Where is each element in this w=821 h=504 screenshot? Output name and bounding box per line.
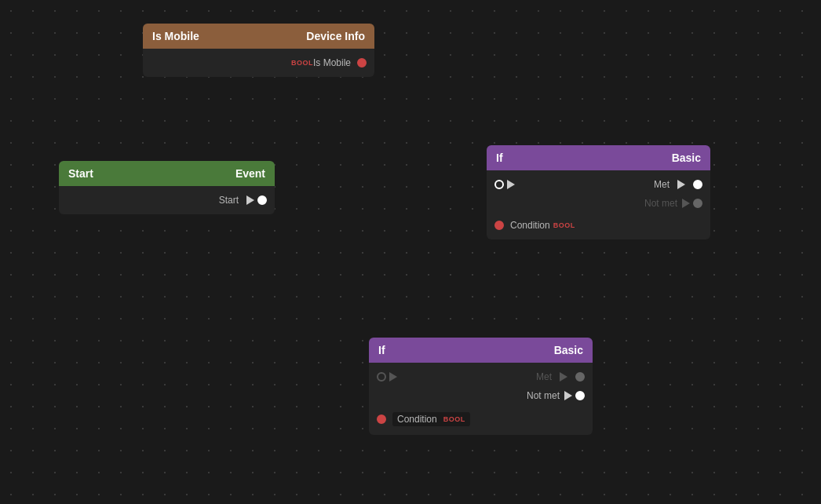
- if-bottom-condition-port[interactable]: [377, 415, 386, 424]
- node-if-bottom-body: Met Not met Condition BOOL: [369, 363, 593, 435]
- node-device-info-body: BOOL Is Mobile: [143, 49, 374, 77]
- node-start: Start Event Start: [59, 161, 275, 214]
- if-bottom-not-met-label: Not met: [527, 390, 560, 401]
- node-device-info-tag: Device Info: [306, 30, 365, 42]
- node-start-body: Start: [59, 186, 275, 214]
- if-bottom-bool-label: BOOL: [443, 415, 465, 423]
- if-bottom-condition-label: Condition: [397, 414, 437, 425]
- node-device-info-title: Is Mobile: [152, 30, 199, 42]
- if-top-exec-input-port[interactable]: [494, 180, 504, 189]
- if-bottom-not-met-port[interactable]: [575, 391, 585, 400]
- start-exec-arrow: [246, 195, 254, 205]
- if-bottom-met-port[interactable]: [575, 372, 585, 382]
- node-start-tag: Event: [235, 167, 265, 180]
- node-canvas[interactable]: Is Mobile Device Info BOOL Is Mobile Sta…: [0, 0, 821, 504]
- start-output-port[interactable]: [257, 195, 267, 205]
- if-bottom-not-met-row: Not met: [369, 386, 593, 405]
- if-top-met-label: Met: [654, 179, 670, 190]
- node-if-top-tag: Basic: [672, 152, 701, 164]
- if-top-bool-label: BOOL: [553, 221, 575, 229]
- if-top-condition-label: Condition: [510, 220, 550, 231]
- start-output-row: Start: [59, 191, 275, 210]
- node-device-info: Is Mobile Device Info BOOL Is Mobile: [143, 24, 374, 77]
- node-if-bottom-header: If Basic: [369, 338, 593, 363]
- node-if-top: If Basic Met Not met: [487, 145, 710, 239]
- if-top-not-met-row: Not met: [487, 194, 710, 213]
- node-device-info-header: Is Mobile Device Info: [143, 24, 374, 49]
- node-if-bottom-tag: Basic: [554, 344, 583, 356]
- device-info-bool-label: BOOL: [291, 59, 313, 67]
- if-top-not-met-port[interactable]: [693, 199, 702, 208]
- if-bottom-exec-input-port[interactable]: [377, 372, 386, 382]
- start-port-label: Start: [219, 195, 239, 206]
- node-start-header: Start Event: [59, 161, 275, 186]
- if-top-exec-arrow-in: [507, 180, 515, 189]
- if-bottom-condition-row: Condition BOOL: [369, 408, 593, 430]
- node-if-top-header: If Basic: [487, 145, 710, 170]
- node-if-bottom-title: If: [378, 344, 385, 356]
- if-top-condition-port[interactable]: [494, 221, 504, 230]
- node-if-bottom: If Basic Met Not met: [369, 338, 593, 435]
- device-info-output-row: BOOL Is Mobile: [143, 53, 374, 72]
- if-bottom-not-met-arrow: [564, 391, 572, 400]
- if-top-not-met-arrow: [682, 199, 690, 208]
- device-info-port-label: Is Mobile: [313, 57, 351, 68]
- device-info-output-port[interactable]: [357, 58, 367, 68]
- if-top-exec-input-row: Met: [487, 175, 710, 194]
- if-top-not-met-label: Not met: [644, 198, 677, 209]
- if-bottom-exec-input-row: Met: [369, 367, 593, 386]
- if-top-met-port[interactable]: [693, 180, 702, 189]
- if-bottom-exec-arrow-in: [389, 372, 397, 382]
- if-bottom-met-arrow: [560, 372, 567, 382]
- node-if-top-body: Met Not met Condition BOOL: [487, 170, 710, 239]
- if-top-met-arrow: [677, 180, 685, 189]
- node-start-title: Start: [68, 167, 93, 180]
- if-bottom-met-label: Met: [536, 371, 552, 382]
- node-if-top-title: If: [496, 152, 503, 164]
- if-top-condition-row: Condition BOOL: [487, 216, 710, 235]
